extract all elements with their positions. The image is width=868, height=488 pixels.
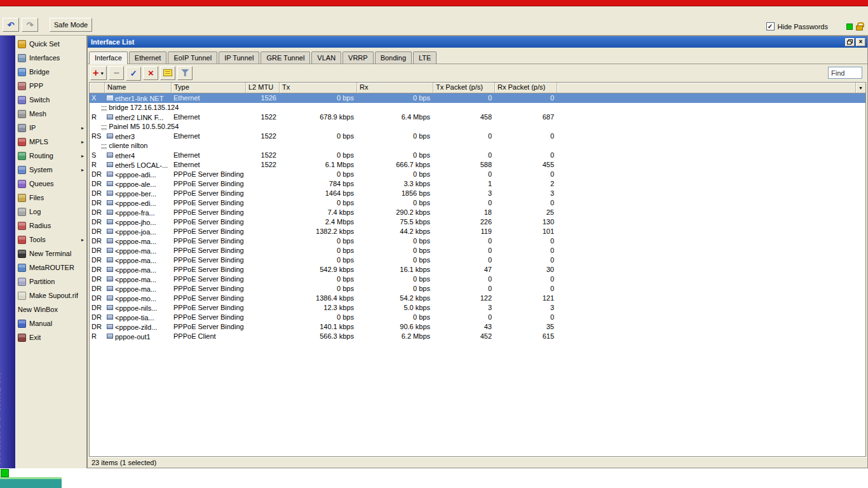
cell-rx: 290.2 kbps <box>357 208 433 217</box>
interface-row[interactable]: DR<pppoe-ma...PPPoE Server Binding0 bps0… <box>90 274 865 284</box>
cell-tx-packet: 0 <box>433 170 495 179</box>
sidebar-item-mpls[interactable]: MPLS▸ <box>15 135 86 149</box>
column-header-name[interactable]: Name <box>105 83 172 93</box>
column-header-l2-mtu[interactable]: L2 MTU <box>246 83 280 93</box>
comment-row[interactable]: ;;; cliente nilton <box>90 141 865 151</box>
interface-row[interactable]: DR<pppoe-jho...PPPoE Server Binding2.4 M… <box>90 217 865 227</box>
sidebar-item-manual[interactable]: Manual <box>15 316 86 330</box>
tab-lte[interactable]: LTE <box>413 51 437 64</box>
sidebar-item-ppp[interactable]: PPP <box>15 79 86 93</box>
tab-bar: InterfaceEthernetEoIP TunnelIP TunnelGRE… <box>88 48 867 64</box>
sidebar-item-queues[interactable]: Queues <box>15 177 86 191</box>
interface-row[interactable]: DR<pppoe-ma...PPPoE Server Binding0 bps0… <box>90 255 865 265</box>
sidebar-item-mesh[interactable]: Mesh <box>15 107 86 121</box>
tab-vlan[interactable]: VLAN <box>311 51 341 64</box>
enable-button[interactable]: ✓ <box>126 67 141 81</box>
cell-flags: DR <box>90 189 105 198</box>
remote-window-titlebar[interactable] <box>0 0 868 6</box>
close-button[interactable]: × <box>856 38 865 46</box>
column-header-type[interactable]: Type <box>172 83 246 93</box>
comment-row[interactable]: ;;; Painel M5 10.5.50.254 <box>90 122 865 132</box>
cell-rx-packet: 0 <box>495 151 557 160</box>
sidebar-item-tools[interactable]: Tools▸ <box>15 233 86 247</box>
tab-interface[interactable]: Interface <box>89 51 128 64</box>
interface-row[interactable]: Rpppoe-out1PPPoE Client566.3 kbps6.2 Mbp… <box>90 332 865 341</box>
column-header-tx-packet-p-s[interactable]: Tx Packet (p/s) <box>433 83 495 93</box>
tab-gre-tunnel[interactable]: GRE Tunnel <box>261 51 310 64</box>
sidebar-item-switch[interactable]: Switch <box>15 93 86 107</box>
sidebar-item-metarouter[interactable]: MetaROUTER <box>15 261 86 274</box>
interface-row[interactable]: DR<pppoe-mo...PPPoE Server Binding1386.4… <box>90 294 865 303</box>
tab-bonding[interactable]: Bonding <box>375 51 412 64</box>
sidebar-item-new-terminal[interactable]: New Terminal <box>15 247 86 261</box>
column-select-button[interactable]: ▼ <box>855 83 865 93</box>
cell-type: Ethernet <box>172 151 246 160</box>
sidebar-item-new-winbox[interactable]: New WinBox <box>15 302 86 316</box>
sidebar-item-interfaces[interactable]: Interfaces <box>15 51 86 65</box>
add-button[interactable]: +▼ <box>90 66 107 80</box>
cell-tx: 0 bps <box>280 198 357 208</box>
sidebar-item-partition[interactable]: Partition <box>15 274 86 288</box>
cell-tx: 784 bps <box>280 179 357 189</box>
tab-ip-tunnel[interactable]: IP Tunnel <box>219 51 259 64</box>
cell-name: pppoe-out1 <box>105 332 172 341</box>
hide-passwords-checkbox[interactable]: ✓ <box>766 22 775 30</box>
tab-vrrp[interactable]: VRRP <box>342 51 374 64</box>
sidebar-item-routing[interactable]: Routing▸ <box>15 149 86 163</box>
column-header-rx-packet-p-s[interactable]: Rx Packet (p/s) <box>495 83 557 93</box>
cell-flags: DR <box>90 208 105 217</box>
filter-button[interactable] <box>177 66 193 80</box>
column-header-rx[interactable]: Rx <box>357 83 433 93</box>
sidebar-item-radius[interactable]: Radius <box>15 219 86 233</box>
interface-row[interactable]: Rether2 LINK F...Ethernet1522678.9 kbps6… <box>90 112 865 122</box>
interface-row[interactable]: DR<pppoe-edi...PPPoE Server Binding0 bps… <box>90 198 865 208</box>
tab-ethernet[interactable]: Ethernet <box>129 51 167 64</box>
comment-row[interactable]: ;;; bridge 172.16.135.124 <box>90 103 865 112</box>
column-header-tx[interactable]: Tx <box>280 83 357 93</box>
interface-row[interactable]: Sether4Ethernet15220 bps0 bps00 <box>90 151 865 160</box>
window-titlebar[interactable]: Interface List × <box>88 36 867 48</box>
cell-rx: 0 bps <box>357 170 433 179</box>
sidebar-item-exit[interactable]: Exit <box>15 330 86 344</box>
sidebar-item-quick-set[interactable]: Quick Set <box>15 37 86 51</box>
cell-rx: 0 bps <box>357 255 433 265</box>
interface-row[interactable]: Xether1-link NETEthernet15260 bps0 bps00 <box>90 93 865 103</box>
column-header-filler <box>557 83 855 93</box>
interface-row[interactable]: DR<pppoe-adi...PPPoE Server Binding0 bps… <box>90 170 865 179</box>
sidebar-item-bridge[interactable]: Bridge <box>15 65 86 79</box>
interface-row[interactable]: DR<pppoe-ma...PPPoE Server Binding542.9 … <box>90 265 865 274</box>
interface-row[interactable]: DR<pppoe-tia...PPPoE Server Binding0 bps… <box>90 313 865 322</box>
interface-row[interactable]: DR<pppoe-ale...PPPoE Server Binding784 b… <box>90 179 865 189</box>
sidebar-item-make-supout-rif[interactable]: Make Supout.rif <box>15 288 86 302</box>
disable-button[interactable]: × <box>143 66 158 80</box>
interface-row[interactable]: DR<pppoe-joa...PPPoE Server Binding1382.… <box>90 227 865 236</box>
interface-row[interactable]: DR<pppoe-ma...PPPoE Server Binding0 bps0… <box>90 246 865 255</box>
sidebar-item-log[interactable]: Log <box>15 205 86 219</box>
sidebar-item-ip[interactable]: IP▸ <box>15 121 86 135</box>
cell-flags: RS <box>90 132 105 141</box>
submenu-arrow-icon: ▸ <box>81 237 84 243</box>
interface-row[interactable]: DR<pppoe-fra...PPPoE Server Binding7.4 k… <box>90 208 865 217</box>
interface-row[interactable]: DR<pppoe-zild...PPPoE Server Binding140.… <box>90 322 865 332</box>
sidebar-item-files[interactable]: Files <box>15 191 86 205</box>
status-led-icon <box>846 24 853 30</box>
find-input[interactable] <box>828 67 862 79</box>
cell-tx-packet: 0 <box>433 255 495 265</box>
column-header-flags[interactable] <box>90 83 105 93</box>
undo-button[interactable]: ↶ <box>3 18 19 32</box>
comment-button[interactable] <box>160 66 175 80</box>
sidebar-item-system[interactable]: System▸ <box>15 163 86 177</box>
redo-button[interactable]: ↷ <box>22 18 38 32</box>
tab-eoip-tunnel[interactable]: EoIP Tunnel <box>168 51 217 64</box>
interface-row[interactable]: DR<pppoe-ma...PPPoE Server Binding0 bps0… <box>90 236 865 246</box>
cell-rx-packet: 0 <box>495 313 557 322</box>
interface-row[interactable]: Rether5 LOCAL-...Ethernet15226.1 Mbps666… <box>90 160 865 170</box>
safe-mode-button[interactable]: Safe Mode <box>50 18 92 32</box>
interface-row[interactable]: DR<pppoe-nils...PPPoE Server Binding12.3… <box>90 303 865 313</box>
taskbar-fragment[interactable] <box>0 477 62 488</box>
interface-row[interactable]: DR<pppoe-ma...PPPoE Server Binding0 bps0… <box>90 284 865 294</box>
interface-row[interactable]: RSether3Ethernet15220 bps0 bps00 <box>90 132 865 141</box>
remove-button[interactable]: − <box>109 66 124 80</box>
interface-row[interactable]: DR<pppoe-ber...PPPoE Server Binding1464 … <box>90 189 865 198</box>
maximize-button[interactable] <box>845 38 855 46</box>
